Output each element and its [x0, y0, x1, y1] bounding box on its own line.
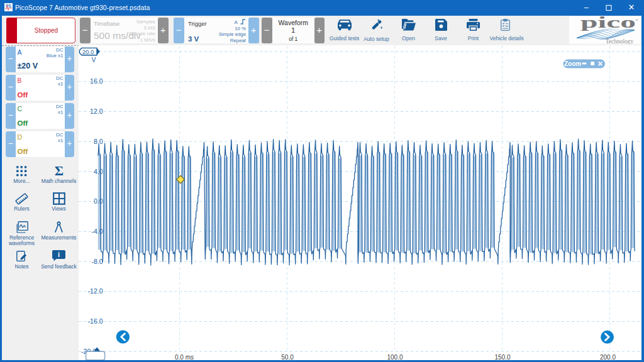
- svg-text:-8.0: -8.0: [91, 258, 103, 265]
- svg-text:i: i: [58, 251, 60, 258]
- svg-text:V: V: [91, 56, 96, 63]
- svg-text:-4.0: -4.0: [91, 228, 103, 235]
- svg-text:0.0: 0.0: [94, 197, 103, 205]
- svg-text:®: ®: [635, 18, 639, 23]
- svg-text:Technology: Technology: [606, 38, 634, 44]
- svg-text:PS: PS: [6, 4, 11, 8]
- svg-text:Σ: Σ: [54, 165, 63, 177]
- svg-text:-16.0: -16.0: [88, 317, 103, 325]
- svg-text:8.0: 8.0: [94, 138, 103, 145]
- svg-text:Zoom: Zoom: [564, 60, 581, 67]
- svg-text:16.0: 16.0: [90, 77, 103, 85]
- svg-text:12.0: 12.0: [90, 107, 103, 115]
- svg-text:pico: pico: [580, 16, 636, 31]
- svg-text:-12.0: -12.0: [88, 287, 103, 295]
- svg-text:4.0: 4.0: [94, 168, 103, 175]
- svg-text:20.0: 20.0: [82, 48, 94, 55]
